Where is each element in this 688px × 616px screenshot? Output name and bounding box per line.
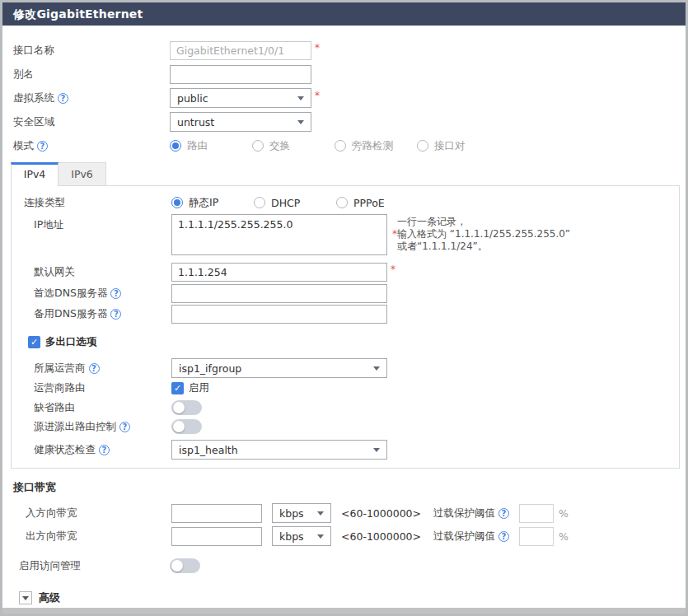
help-icon[interactable] (498, 508, 509, 519)
modify-interface-dialog: 修改GigabitEthernet 接口名称 * 别名 虚拟系统 public … (0, 0, 688, 616)
outbound-unit-select[interactable]: kbps (272, 526, 331, 546)
mode-option-label: 交换 (269, 139, 290, 153)
row-isp: 所属运营商 isp1_ifgroup (34, 358, 679, 378)
secondary-dns-label-text: 备用DNS服务器 (34, 307, 107, 321)
row-virtual-system: 虚拟系统 public * (13, 88, 686, 108)
health-check-select[interactable]: isp1_health (171, 440, 387, 460)
ipv4-panel: 连接类型 静态IP DHCP PPPoE IP地址 1.1.1.1/255.25… (11, 185, 680, 469)
primary-dns-input[interactable] (171, 284, 387, 303)
isp-select[interactable]: isp1_ifgroup (171, 358, 387, 378)
help-icon[interactable] (37, 141, 48, 152)
conn-option-label: PPPoE (353, 197, 385, 209)
help-icon[interactable] (58, 93, 68, 104)
advanced-label: 高级 (39, 590, 60, 605)
unit-value: kbps (279, 530, 304, 543)
tab-ipv4[interactable]: IPv4 (11, 162, 59, 186)
inbound-bandwidth-label: 入方向带宽 (26, 506, 171, 520)
help-icon[interactable] (498, 531, 509, 542)
help-icon[interactable] (119, 422, 130, 432)
mode-option-route[interactable]: 路由 (170, 139, 252, 153)
outbound-threshold-input[interactable] (519, 527, 554, 546)
secondary-dns-label: 备用DNS服务器 (34, 307, 171, 321)
row-ip-address: IP地址 1.1.1.1/255.255.255.0 一行一条记录， *输入格式… (34, 214, 679, 255)
dialog-title: 修改GigabitEthernet (2, 2, 686, 26)
default-gateway-label: 默认网关 (34, 265, 171, 279)
isp-label-text: 所属运营商 (34, 362, 86, 376)
radio-icon (417, 140, 428, 152)
horizontal-scrollbar[interactable] (2, 608, 686, 614)
health-check-label-text: 健康状态检查 (34, 443, 96, 457)
hint-line: 一行一条记录， (392, 216, 570, 228)
help-icon[interactable] (110, 288, 121, 299)
conn-option-dhcp[interactable]: DHCP (254, 197, 336, 209)
interface-name-input (170, 41, 311, 60)
security-zone-label: 安全区域 (13, 115, 170, 129)
virtual-system-label-text: 虚拟系统 (13, 91, 54, 105)
radio-icon (336, 197, 348, 208)
chevron-down-icon (373, 448, 380, 452)
chevron-down-icon (373, 366, 380, 371)
default-gateway-input[interactable] (171, 263, 387, 282)
bandwidth-range: <60-1000000> (341, 530, 422, 543)
isp-label: 所属运营商 (34, 362, 171, 376)
percent-sign: % (559, 507, 569, 520)
outbound-bandwidth-input[interactable] (171, 527, 262, 546)
conn-option-pppoe[interactable]: PPPoE (336, 197, 419, 209)
radio-icon (252, 140, 264, 152)
isp-value: isp1_ifgroup (179, 362, 241, 375)
advanced-expander-icon[interactable] (19, 591, 32, 604)
checkbox-checked-icon[interactable] (28, 336, 40, 348)
chevron-down-icon (297, 96, 304, 100)
mode-option-bypass[interactable]: 旁路检测 (335, 139, 417, 153)
src-in-src-out-label: 源进源出路由控制 (34, 420, 171, 434)
outbound-bandwidth-label: 出方向带宽 (26, 530, 171, 544)
row-src-in-src-out: 源进源出路由控制 (34, 418, 679, 435)
help-icon[interactable] (99, 445, 110, 455)
tab-ipv6[interactable]: IPv6 (59, 162, 106, 186)
virtual-system-select[interactable]: public (170, 88, 311, 108)
required-asterisk: * (391, 264, 395, 275)
row-primary-dns: 首选DNS服务器 (34, 283, 679, 303)
row-default-gateway: 默认网关 * (34, 262, 679, 282)
row-outbound-bandwidth: 出方向带宽 kbps <60-1000000> 过载保护阈值 % (26, 526, 686, 546)
row-alias: 别名 (13, 64, 686, 84)
conn-option-label: DHCP (271, 197, 300, 209)
secondary-dns-input[interactable] (171, 305, 387, 324)
hint-line-text: 输入格式为 “1.1.1.1/255.255.255.0” (397, 228, 570, 240)
mode-option-switch[interactable]: 交换 (252, 139, 335, 153)
help-icon[interactable] (110, 309, 121, 320)
row-mode: 模式 路由 交换 旁路检测 接口对 (13, 136, 686, 156)
checkbox-checked-icon[interactable] (171, 382, 184, 394)
ip-address-textarea[interactable]: 1.1.1.1/255.255.255.0 (171, 214, 387, 255)
row-multi-egress[interactable]: 多出口选项 (28, 334, 679, 350)
radio-icon (254, 197, 265, 208)
access-management-toggle-off[interactable] (170, 558, 200, 573)
dialog-body: 接口名称 * 别名 虚拟系统 public * 安全区域 untrust (2, 26, 686, 605)
default-route-toggle-off[interactable] (171, 400, 202, 415)
inbound-unit-select[interactable]: kbps (272, 503, 331, 523)
mode-option-interface-pair[interactable]: 接口对 (417, 139, 499, 153)
health-check-label: 健康状态检查 (34, 443, 171, 457)
radio-selected-icon (171, 197, 183, 208)
security-zone-select[interactable]: untrust (170, 112, 311, 132)
help-icon[interactable] (89, 363, 100, 374)
radio-icon (335, 140, 346, 152)
row-security-zone: 安全区域 untrust (13, 112, 686, 132)
bandwidth-section-heading: 接口带宽 (13, 480, 686, 495)
ip-format-hint: 一行一条记录， *输入格式为 “1.1.1.1/255.255.255.0” 或… (392, 216, 570, 253)
required-asterisk: * (315, 90, 320, 101)
row-health-check: 健康状态检查 isp1_health (34, 440, 679, 460)
row-inbound-bandwidth: 入方向带宽 kbps <60-1000000> 过载保护阈值 % (26, 503, 686, 523)
overload-threshold-label-text: 过载保护阈值 (433, 530, 495, 544)
primary-dns-label-text: 首选DNS服务器 (34, 287, 107, 301)
row-access-management: 启用访问管理 (19, 558, 686, 574)
inbound-threshold-input[interactable] (519, 504, 554, 523)
alias-input[interactable] (170, 65, 311, 84)
overload-threshold-label: 过载保护阈值 (433, 530, 509, 544)
src-in-src-out-toggle-off[interactable] (171, 419, 202, 434)
row-default-route: 缺省路由 (34, 399, 679, 416)
inbound-bandwidth-input[interactable] (171, 504, 262, 523)
isp-route-label: 运营商路由 (34, 381, 171, 395)
conn-option-static-ip[interactable]: 静态IP (171, 196, 254, 210)
mode-option-label: 路由 (187, 139, 208, 153)
